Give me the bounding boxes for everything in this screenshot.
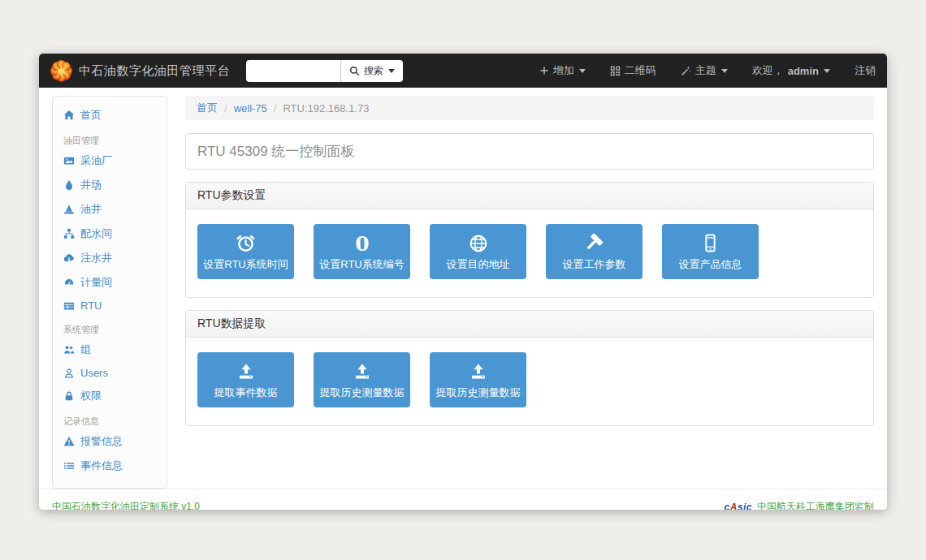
zero-icon: 0 (352, 232, 373, 255)
navbar-menu: 增加二维码主题欢迎，admin注销 (539, 63, 876, 78)
page-title-panel: RTU 45309 统一控制面板 (185, 133, 874, 170)
sidebar-item-rtu[interactable]: RTU (53, 295, 167, 317)
upload-icon (468, 360, 489, 383)
sidebar-item-label: 计量间 (80, 275, 112, 290)
tile-button-extract-history-1[interactable]: 提取历史测量数据 (314, 352, 410, 407)
tile-button-label: 提取历史测量数据 (320, 386, 405, 400)
page-body: 首页油田管理采油厂井场油井配水间注水井计量间RTU系统管理组Users权限记录信… (39, 88, 887, 489)
sidebar-item-label: 采油厂 (80, 153, 112, 168)
petrochina-logo-icon (50, 60, 72, 82)
footer-credit: cAsic 中国航天科工海鹰集团监制 (724, 500, 874, 510)
tile-button-set-number[interactable]: 0设置RTU系统编号 (314, 224, 410, 279)
search-input[interactable] (246, 60, 340, 82)
tile-button-extract-history-2[interactable]: 提取历史测量数据 (430, 352, 526, 407)
sidebar-item-users[interactable]: Users (53, 362, 167, 384)
sidebar-item-label: 报警信息 (80, 434, 123, 449)
navbar-item-label: 主题 (695, 63, 716, 78)
casic-logo: cAsic (724, 502, 752, 510)
navbar-item-qrcode[interactable]: 二维码 (610, 63, 656, 78)
navbar-item-add[interactable]: 增加 (539, 63, 586, 78)
sidebar-item-oilwell[interactable]: 油井 (53, 197, 167, 222)
sidebar-item-label: 井场 (80, 178, 102, 192)
alarm-clock-icon (235, 232, 257, 255)
group-icon (63, 344, 75, 355)
sidebar-item-label: 事件信息 (80, 459, 123, 473)
panel-body-rtu-params: 设置RTU系统时间0设置RTU系统编号设置目的地址设置工作参数设置产品信息 (186, 209, 873, 297)
upload-icon (236, 360, 257, 383)
caret-down-icon (579, 69, 586, 73)
globe-icon (468, 232, 489, 255)
list-icon (63, 460, 75, 472)
breadcrumb-link: 首页 (197, 101, 218, 115)
sidebar-item-perms[interactable]: 权限 (53, 384, 167, 408)
sidebar-item-label: 油井 (80, 202, 102, 217)
warning-icon (63, 436, 75, 447)
navbar-brand[interactable]: 中石油数字化油田管理平台 (50, 60, 230, 82)
gauge-icon (63, 277, 75, 288)
page-title: RTU 45309 统一控制面板 (197, 144, 354, 159)
tile-button-set-product[interactable]: 设置产品信息 (662, 224, 759, 279)
search-group: 搜索 (246, 60, 403, 82)
hammer-icon (584, 232, 605, 255)
caret-down-icon (388, 69, 395, 73)
tile-button-set-dest[interactable]: 设置目的地址 (430, 224, 526, 279)
svg-text:0: 0 (355, 233, 369, 254)
sidebar-item-events[interactable]: 事件信息 (53, 454, 167, 478)
breadcrumb-link: well-75 (234, 102, 267, 114)
sidebar-item-label: RTU (80, 299, 102, 312)
tile-button-label: 提取历史测量数据 (436, 386, 521, 400)
app-window: 中石油数字化油田管理平台 搜索 增加二维码主题欢迎，admin注销 首页油田管理… (39, 54, 887, 510)
sidebar-item-group[interactable]: 组 (53, 338, 167, 362)
sidebar-item-label: 首页 (80, 108, 102, 123)
tile-button-label: 设置RTU系统时间 (203, 257, 288, 272)
picture-icon (63, 155, 75, 166)
breadcrumb-separator: / (274, 102, 277, 114)
derrick-icon (63, 204, 75, 215)
sidebar-item-label: Users (80, 367, 108, 379)
breadcrumb-separator: / (224, 102, 227, 114)
sidebar-item-waterdist[interactable]: 配水间 (53, 222, 167, 246)
plus-icon (539, 66, 549, 75)
navbar-item-logout[interactable]: 注销 (855, 63, 876, 78)
tile-button-set-time[interactable]: 设置RTU系统时间 (197, 224, 294, 279)
footer-version: 中国石油数字化油田定制系统 v1.0 (52, 500, 200, 510)
tile-button-label: 设置目的地址 (447, 257, 510, 272)
sidebar-item-home[interactable]: 首页 (53, 103, 167, 127)
breadcrumb: 首页/well-75/RTU:192.168.1.73 (185, 96, 874, 120)
sidebar: 首页油田管理采油厂井场油井配水间注水井计量间RTU系统管理组Users权限记录信… (52, 96, 167, 489)
navbar-item-label: 欢迎， (752, 63, 784, 78)
caret-down-icon (721, 69, 728, 73)
sidebar-item-injection[interactable]: 注水井 (53, 246, 167, 270)
sidebar-item-metering[interactable]: 计量间 (53, 270, 167, 295)
sidebar-item-label: 权限 (80, 389, 102, 403)
sidebar-item-plant[interactable]: 采油厂 (53, 149, 167, 173)
sidebar-item-wellsite[interactable]: 井场 (53, 173, 167, 197)
navbar-item-theme[interactable]: 主题 (681, 63, 728, 78)
search-button-label: 搜索 (364, 64, 383, 78)
search-button[interactable]: 搜索 (340, 60, 403, 82)
navbar-item-label: 注销 (855, 63, 876, 78)
panel-title-rtu-params: RTU参数设置 (186, 183, 873, 209)
tile-button-extract-events[interactable]: 提取事件数据 (197, 352, 294, 407)
navbar-username: admin (788, 65, 819, 77)
tile-button-label: 设置工作参数 (563, 257, 626, 272)
footer: 中国石油数字化油田定制系统 v1.0 cAsic 中国航天科工海鹰集团监制 (39, 489, 887, 510)
tile-button-set-work[interactable]: 设置工作参数 (546, 224, 643, 279)
lock-icon (63, 390, 75, 402)
cloud-icon (63, 252, 75, 264)
sidebar-section-records: 记录信息 (53, 408, 167, 429)
sitemap-icon (63, 228, 75, 239)
breadcrumb-current: RTU:192.168.1.73 (283, 102, 369, 114)
qrcode-icon (610, 66, 621, 76)
brand-title: 中石油数字化油田管理平台 (79, 63, 230, 79)
panel-body-rtu-extract: 提取事件数据提取历史测量数据提取历史测量数据 (186, 338, 873, 425)
sidebar-item-alarms[interactable]: 报警信息 (53, 429, 167, 454)
panel-rtu-params: RTU参数设置设置RTU系统时间0设置RTU系统编号设置目的地址设置工作参数设置… (185, 182, 874, 298)
wand-icon (681, 66, 691, 76)
navbar-item-user[interactable]: 欢迎，admin (752, 63, 830, 78)
user-icon (63, 368, 75, 379)
sidebar-item-label: 注水井 (80, 251, 112, 265)
tile-button-label: 设置RTU系统编号 (319, 257, 404, 272)
mobile-icon (700, 232, 720, 255)
sidebar-section-system: 系统管理 (53, 317, 167, 338)
